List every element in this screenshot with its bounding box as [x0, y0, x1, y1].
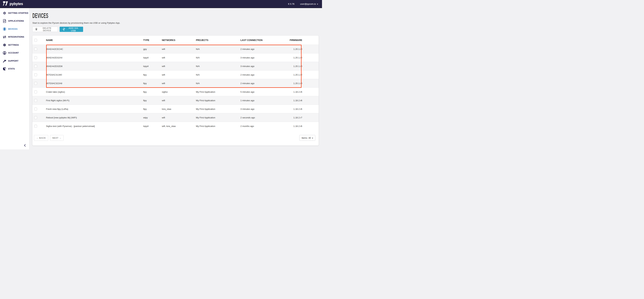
- sidebar-collapse-button[interactable]: [23, 144, 26, 147]
- device-table-row[interactable]: 30AEA42D32D8 lopy4 wifi N/A 3 minutes ag…: [32, 62, 319, 70]
- row-checkbox[interactable]: [34, 99, 37, 102]
- select-all-checkbox[interactable]: [34, 39, 37, 42]
- main-content: DEVICES Start to explore the Pycom devic…: [30, 8, 322, 150]
- device-networks-cell: wifi: [162, 74, 196, 76]
- sidebar-item-settings[interactable]: SETTINGS: [0, 41, 29, 49]
- pybytes-logo-icon: [3, 1, 8, 6]
- device-projects-cell: N/A: [196, 56, 240, 59]
- device-type-cell: fipy: [143, 108, 162, 110]
- column-header-networks[interactable]: NETWORKS: [162, 39, 196, 42]
- row-checkbox[interactable]: [34, 90, 37, 93]
- device-type-cell: lopy4: [143, 125, 162, 128]
- device-firmware-cell: 1.18.2.r6: [282, 99, 319, 102]
- row-checkbox[interactable]: [34, 82, 37, 85]
- device-name-cell: Crater-lake (sigfox): [46, 91, 143, 93]
- device-name-cell: 807D3AC322A8: [46, 82, 143, 84]
- back-button[interactable]: ← BACK: [34, 135, 48, 141]
- device-table-row[interactable]: 30AEA42D32A4 lopy4 wifi N/A 3 minutes ag…: [32, 53, 319, 62]
- device-table-row[interactable]: 807D3AC31340 fipy wifi N/A 2 minutes ago…: [32, 70, 319, 79]
- device-last-connection-cell: 2 minutes ago: [240, 48, 282, 50]
- top-bar: pybytes € 0.76 user@pycom.io ▾: [0, 0, 322, 8]
- column-header-firmware[interactable]: FIRMWARE: [282, 39, 319, 42]
- user-email: user@pycom.io: [300, 3, 316, 5]
- sidebar-item-label: DEVICES: [8, 28, 18, 30]
- device-firmware-cell: 1.20.1.r0: [282, 74, 319, 76]
- sidebar-item-applications[interactable]: APPLICATIONS: [0, 17, 29, 25]
- device-name-cell: 30AEA42D32A4: [46, 56, 143, 59]
- device-projects-cell: N/A: [196, 65, 240, 68]
- row-checkbox[interactable]: [34, 48, 37, 50]
- device-table-row[interactable]: 807D3AC322A8 fipy wifi N/A 2 minutes ago…: [32, 79, 319, 88]
- sidebar-item-label: SUPPORT: [8, 60, 18, 62]
- row-checkbox[interactable]: [34, 125, 37, 128]
- device-table-row[interactable]: Sigfox-test (with Pysense) - [pastoor pe…: [32, 122, 319, 130]
- device-networks-cell: wifi: [162, 99, 196, 102]
- sidebar-item-support[interactable]: SUPPORT: [0, 57, 29, 65]
- device-table-row[interactable]: 30AEA42CEC4C gpy wifi N/A 2 minutes ago …: [32, 45, 319, 53]
- user-menu[interactable]: user@pycom.io ▾: [300, 3, 318, 5]
- device-projects-cell: My First Application: [196, 108, 240, 110]
- sidebar-item-label: GETTING STARTED: [8, 12, 28, 14]
- device-projects-cell: My First Application: [196, 125, 240, 128]
- row-checkbox[interactable]: [34, 116, 37, 119]
- device-firmware-cell: 1.20.1.r0: [282, 56, 319, 59]
- device-table-row[interactable]: Fresh-new-fipy (LoRa) fipy lora_otaa My …: [32, 104, 319, 113]
- device-networks-cell: wifi, lora_otaa: [162, 125, 196, 128]
- sidebar-item-devices[interactable]: DEVICES: [0, 25, 29, 33]
- column-header-name[interactable]: NAME: [46, 39, 143, 42]
- chevron-left-icon: [24, 144, 26, 147]
- row-checkbox[interactable]: [34, 73, 37, 76]
- code-document-icon: [3, 19, 6, 23]
- device-type-cell: lopy4: [143, 56, 162, 59]
- device-projects-cell: My First Application: [196, 116, 240, 119]
- device-networks-cell: wifi: [162, 65, 196, 68]
- device-networks-cell: wifi: [162, 116, 196, 119]
- sidebar-item-integrations[interactable]: INTEGRATIONS: [0, 33, 29, 41]
- sidebar-item-stats[interactable]: STATS: [0, 65, 29, 73]
- device-type-cell: gpy: [143, 48, 162, 50]
- device-firmware-cell: 1.18.2.r6: [282, 125, 319, 128]
- sidebar-item-getting-started[interactable]: GETTING STARTED: [0, 9, 29, 17]
- pie-chart-icon: [3, 67, 6, 71]
- column-header-projects[interactable]: PROJECTS: [196, 39, 240, 42]
- next-button[interactable]: NEXT →: [50, 135, 64, 141]
- device-projects-cell: N/A: [196, 74, 240, 76]
- row-checkbox[interactable]: [34, 65, 37, 68]
- account-balance[interactable]: € 0.76: [288, 3, 294, 5]
- column-header-type[interactable]: TYPE: [143, 39, 162, 42]
- device-projects-cell: My First Application: [196, 91, 240, 93]
- user-circle-icon: [3, 51, 6, 55]
- pybytes-logo[interactable]: pybytes: [3, 1, 23, 6]
- device-table-row[interactable]: First flight sigfox (Wi-Fi) fipy wifi My…: [32, 96, 319, 104]
- device-type-cell: fipy: [143, 82, 162, 84]
- add-via-usb-button[interactable]: ADD VIA USB: [60, 27, 83, 32]
- gear-icon: [3, 43, 6, 47]
- device-type-cell: lopy4: [143, 65, 162, 68]
- sidebar: GETTING STARTED APPLICATIONS: [0, 8, 30, 150]
- device-type-cell: wipy: [143, 116, 162, 119]
- device-last-connection-cell: 5 minutes ago: [240, 91, 282, 93]
- device-last-connection-cell: 3 minutes ago: [240, 65, 282, 68]
- device-firmware-cell: 1.18.2.r6: [282, 91, 319, 93]
- items-per-page-dropdown[interactable]: Items: 30 ▾: [299, 135, 315, 141]
- add-via-usb-label: ADD VIA USB: [67, 27, 80, 32]
- row-checkbox[interactable]: [34, 56, 37, 59]
- device-table-row[interactable]: Crater-lake (sigfox) fipy sigfox My Firs…: [32, 88, 319, 96]
- device-name-cell: 30AEA42D32D8: [46, 65, 143, 68]
- device-name-cell: Reboot [new pybytes lib] (WiFi): [46, 116, 143, 119]
- delete-device-button[interactable]: DELETE DEVICE: [32, 27, 58, 32]
- sidebar-item-label: SETTINGS: [8, 44, 19, 46]
- device-name-cell: Sigfox-test (with Pysense) - [pastoor pe…: [46, 125, 143, 128]
- sidebar-item-label: ACCOUNT: [8, 52, 19, 54]
- device-name-cell: First flight sigfox (Wi-Fi): [46, 99, 143, 102]
- column-header-last-connection[interactable]: LAST CONNECTION: [240, 39, 282, 42]
- row-checkbox[interactable]: [34, 108, 37, 110]
- sidebar-item-label: INTEGRATIONS: [8, 36, 24, 38]
- sidebar-item-account[interactable]: ACCOUNT: [0, 49, 29, 57]
- sun-icon: [3, 11, 6, 15]
- device-firmware-cell: 1.18.2.r7: [282, 116, 319, 119]
- page-subtitle: Start to explore the Pycom devices by pr…: [32, 22, 322, 24]
- device-projects-cell: N/A: [196, 48, 240, 50]
- device-type-cell: fipy: [143, 99, 162, 102]
- device-table-row[interactable]: Reboot [new pybytes lib] (WiFi) wipy wif…: [32, 113, 319, 122]
